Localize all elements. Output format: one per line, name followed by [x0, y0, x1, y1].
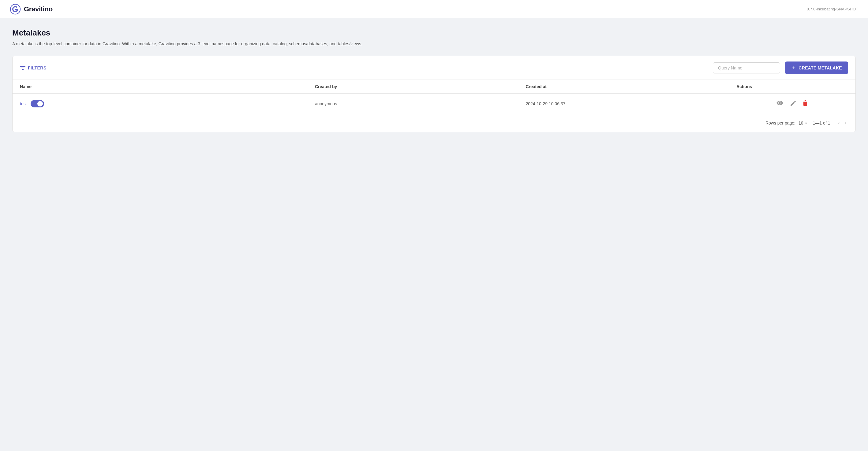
col-header-actions: Actions: [729, 80, 856, 94]
create-icon: ＋: [791, 65, 796, 71]
toolbar-right: ＋ CREATE METALAKE: [713, 62, 848, 74]
rows-per-page-container: Rows per page: 10 ▾: [766, 121, 807, 125]
table-header-row: Name Created by Created at Actions: [12, 80, 856, 94]
col-header-created-at: Created at: [518, 80, 729, 94]
chevron-left-icon: ‹: [838, 120, 840, 126]
delete-button[interactable]: [802, 99, 809, 108]
app-name: Gravitino: [24, 5, 53, 13]
search-input[interactable]: [713, 62, 780, 73]
prev-page-button[interactable]: ‹: [836, 119, 841, 128]
eye-icon: [776, 101, 783, 107]
version-label: 0.7.0-incubating-SNAPSHOT: [807, 7, 858, 11]
page-description: A metalake is the top-level container fo…: [12, 41, 856, 47]
metalake-enable-toggle[interactable]: [31, 100, 44, 107]
rows-per-page-value: 10: [799, 121, 803, 125]
page-title: Metalakes: [12, 28, 856, 38]
next-page-button[interactable]: ›: [843, 119, 848, 128]
filters-label: FILTERS: [28, 65, 46, 70]
filters-button[interactable]: FILTERS: [20, 65, 46, 70]
chevron-down-icon: ▾: [805, 122, 807, 125]
table-toolbar: FILTERS ＋ CREATE METALAKE: [12, 56, 856, 80]
main-content: Metalakes A metalake is the top-level co…: [0, 19, 868, 142]
pagination-row: Rows per page: 10 ▾ 1—1 of 1 ‹ ›: [12, 114, 856, 132]
metalake-name-cell: test: [12, 94, 308, 114]
created-at-cell: 2024-10-29 10:06:37: [518, 94, 729, 114]
create-label: CREATE METALAKE: [799, 65, 842, 70]
metalakes-table-container: FILTERS ＋ CREATE METALAKE Name Created b…: [12, 56, 856, 132]
edit-button[interactable]: [789, 99, 797, 108]
metalake-name-link[interactable]: test: [20, 101, 27, 106]
view-button[interactable]: [775, 99, 784, 108]
table-row: test anonymous 2024-10-29 10:06:37: [12, 94, 856, 114]
create-metalake-button[interactable]: ＋ CREATE METALAKE: [785, 62, 848, 74]
pagination-nav: ‹ ›: [836, 119, 848, 128]
chevron-right-icon: ›: [845, 120, 846, 126]
edit-pencil-icon: [790, 101, 796, 107]
toggle-slider: [31, 100, 44, 107]
delete-trash-icon: [803, 100, 808, 107]
app-header: Gravitino 0.7.0-incubating-SNAPSHOT: [0, 0, 868, 19]
metalakes-table: Name Created by Created at Actions: [12, 80, 856, 114]
gravitino-logo-icon: [10, 4, 21, 15]
col-header-name: Name: [12, 80, 308, 94]
rows-per-page-select[interactable]: 10 ▾: [799, 121, 807, 125]
col-header-created-by: Created by: [308, 80, 519, 94]
logo-area: Gravitino: [10, 4, 53, 15]
rows-per-page-label: Rows per page:: [766, 121, 796, 125]
actions-cell: [729, 94, 856, 114]
page-info: 1—1 of 1: [813, 121, 830, 125]
filter-icon: [20, 66, 25, 70]
created-by-cell: anonymous: [308, 94, 519, 114]
